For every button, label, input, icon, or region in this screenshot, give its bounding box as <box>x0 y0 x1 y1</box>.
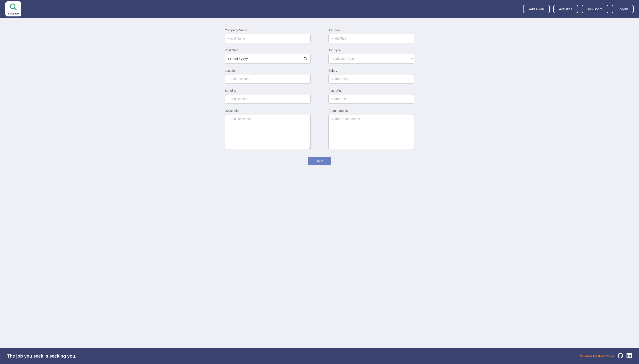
form-grid: Company Name Job Title Post Date Job Typ… <box>225 28 414 165</box>
job-title-label: Job Title <box>328 28 414 32</box>
post-url-group: Post URL <box>328 89 414 104</box>
requirements-textarea[interactable] <box>328 114 414 150</box>
job-type-select[interactable]: + add Job Type Full-Time Part-Time Contr… <box>328 54 414 64</box>
job-title-group: Job Title <box>328 28 414 43</box>
save-button[interactable]: Save <box>308 157 331 165</box>
benefits-label: Benefits <box>225 89 311 92</box>
job-type-group: Job Type + add Job Type Full-Time Part-T… <box>328 48 414 64</box>
activities-button[interactable]: Activities <box>553 5 578 13</box>
main-content: Company Name Job Title Post Date Job Typ… <box>0 18 639 348</box>
company-name-input[interactable] <box>225 34 311 43</box>
header: SEEKER Add A Job Activities Job Board Lo… <box>0 0 639 18</box>
footer-tagline: The job you seek is seeking you. <box>7 354 76 359</box>
post-url-label: Post URL <box>328 89 414 92</box>
footer-right: Created by Kate Shea <box>580 353 632 359</box>
description-textarea[interactable] <box>225 114 311 150</box>
form-container: Company Name Job Title Post Date Job Typ… <box>219 28 420 337</box>
benefits-input[interactable] <box>225 94 311 104</box>
requirements-group: Requirements <box>328 109 414 150</box>
location-group: Location <box>225 69 311 84</box>
footer-credit: Created by Kate Shea <box>580 354 614 358</box>
github-icon[interactable] <box>618 353 623 359</box>
add-job-button[interactable]: Add A Job <box>523 5 550 13</box>
post-date-input[interactable] <box>225 54 311 64</box>
salary-label: Salary <box>328 69 414 72</box>
post-date-label: Post Date <box>225 48 311 52</box>
job-title-input[interactable] <box>328 34 414 43</box>
benefits-group: Benefits <box>225 89 311 104</box>
company-name-label: Company Name <box>225 28 311 32</box>
description-label: Description <box>225 109 311 112</box>
footer: The job you seek is seeking you. Created… <box>0 348 639 364</box>
search-icon <box>9 3 17 12</box>
nav-buttons: Add A Job Activities Job Board Logout <box>523 5 634 13</box>
description-group: Description <box>225 109 311 150</box>
post-url-input[interactable] <box>328 94 414 104</box>
save-row: Save <box>225 157 414 165</box>
location-label: Location <box>225 69 311 72</box>
job-type-label: Job Type <box>328 48 414 52</box>
logout-button[interactable]: Logout <box>612 5 634 13</box>
logo-label: SEEKER <box>8 12 19 15</box>
job-board-button[interactable]: Job Board <box>582 5 608 13</box>
linkedin-icon[interactable] <box>626 353 632 359</box>
salary-group: Salary <box>328 69 414 84</box>
company-name-group: Company Name <box>225 28 311 43</box>
location-input[interactable] <box>225 74 311 84</box>
salary-input[interactable] <box>328 74 414 84</box>
post-date-group: Post Date <box>225 48 311 64</box>
logo: SEEKER <box>5 1 21 16</box>
svg-line-1 <box>15 8 16 10</box>
requirements-label: Requirements <box>328 109 414 112</box>
